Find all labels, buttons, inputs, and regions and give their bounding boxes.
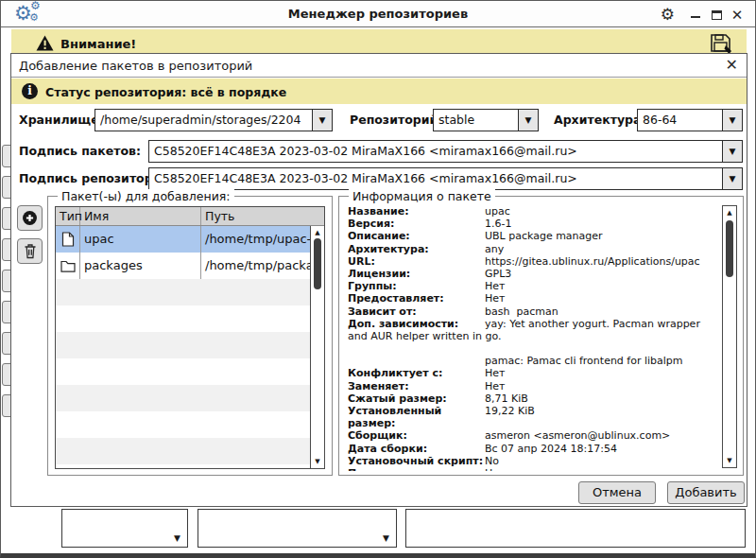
table-header: Тип Имя Путь	[56, 207, 324, 226]
chevron-down-icon[interactable]: ▼	[722, 141, 742, 162]
close-window-button[interactable]: ✕	[730, 9, 744, 22]
scroll-up-icon[interactable]: ▲	[311, 229, 324, 236]
window-title: Менеджер репозиториев	[1, 7, 755, 21]
packages-signature-select[interactable]: C58520EF14C48E3A 2023-03-02 MiraMaX166 <…	[148, 140, 743, 163]
plus-icon	[22, 210, 38, 226]
chevron-down-icon[interactable]: ▼	[722, 168, 742, 189]
add-packages-dialog: Добавление пакетов в репозиторий ✕ i Ста…	[10, 53, 747, 507]
architecture-select[interactable]: 86-64 ▼	[637, 109, 743, 131]
repository-label: Репозиторий:	[350, 109, 442, 131]
background-dropdown[interactable]: ▼	[61, 509, 188, 548]
packages-scrollbar[interactable]: ▲ ▼	[310, 226, 324, 468]
titlebar: ⚙⚙⚙ Менеджер репозиториев ⚙ ✕	[1, 1, 755, 27]
trash-icon	[23, 243, 38, 259]
table-row[interactable]: packages /home/tmp/packages	[56, 253, 311, 279]
warning-text: Внимание!	[60, 37, 136, 51]
chevron-down-icon[interactable]: ▼	[312, 110, 332, 131]
package-info-groupbox: Информация о пакете Название:upac Версия…	[338, 196, 744, 476]
repository-signature-select[interactable]: C58520EF14C48E3A 2023-03-02 MiraMaX166 <…	[148, 167, 743, 190]
scrollbar-thumb[interactable]	[726, 220, 733, 277]
background-panel	[405, 509, 746, 548]
scroll-up-icon[interactable]: ▲	[723, 209, 736, 217]
dialog-title: Добавление пакетов в репозиторий	[19, 59, 252, 73]
chevron-down-icon[interactable]: ▼	[722, 110, 742, 131]
package-info-legend: Информация о пакете	[349, 189, 495, 203]
empty-rows	[56, 279, 311, 468]
save-signed-icon[interactable]	[708, 30, 733, 56]
scroll-down-icon[interactable]: ▼	[723, 457, 736, 464]
packages-groupbox: Пакет(-ы) для добавления: Тип Имя Путь u…	[47, 196, 333, 476]
storage-label: Хранилище:	[19, 109, 104, 131]
add-package-button[interactable]	[17, 205, 43, 231]
info-icon: i	[22, 83, 38, 99]
app-window: ⚙⚙⚙ Менеджер репозиториев ⚙ ✕ Внимание! …	[0, 0, 756, 558]
settings-gear-icon[interactable]: ⚙	[661, 5, 675, 24]
packages-legend: Пакет(-ы) для добавления:	[58, 189, 234, 203]
dialog-header: Добавление пакетов в репозиторий ✕	[11, 54, 747, 78]
architecture-label: Архитектура:	[554, 109, 645, 131]
cancel-button[interactable]: Отмена	[578, 481, 656, 504]
packages-signature-label: Подпись пакетов:	[19, 140, 141, 163]
minimize-button[interactable]	[689, 9, 702, 22]
dialog-close-button[interactable]: ✕	[726, 57, 738, 74]
remove-package-button[interactable]	[17, 238, 43, 264]
file-icon	[56, 226, 80, 253]
package-info-list: Название:upac Версия:1.6-1 Описание:UBL …	[348, 205, 713, 471]
scrollbar-thumb[interactable]	[314, 238, 321, 289]
maximize-button[interactable]	[710, 9, 723, 22]
repository-select[interactable]: stable ▼	[433, 109, 539, 131]
table-row[interactable]: upac /home/tmp/upac-1.6-1-any	[56, 226, 311, 253]
packages-table: Тип Имя Путь upac /home/tmp/upac-1.6-1-a…	[55, 206, 325, 469]
storage-select[interactable]: /home/superadmin/storages/2204 ▼	[94, 109, 333, 131]
info-scrollbar[interactable]: ▲ ▼	[722, 205, 737, 468]
chevron-down-icon[interactable]: ▼	[518, 110, 538, 131]
status-banner: i Статус репозитория: всё в порядке	[11, 78, 747, 104]
add-button[interactable]: Добавить	[667, 481, 745, 504]
folder-icon	[56, 253, 80, 279]
background-dropdown[interactable]: ▼	[198, 509, 397, 548]
chevron-down-icon: ▼	[174, 533, 180, 543]
status-text: Статус репозитория: всё в порядке	[45, 85, 286, 99]
scroll-down-icon[interactable]: ▼	[311, 458, 324, 465]
chevron-down-icon: ▼	[383, 533, 389, 543]
warning-icon	[36, 35, 54, 51]
